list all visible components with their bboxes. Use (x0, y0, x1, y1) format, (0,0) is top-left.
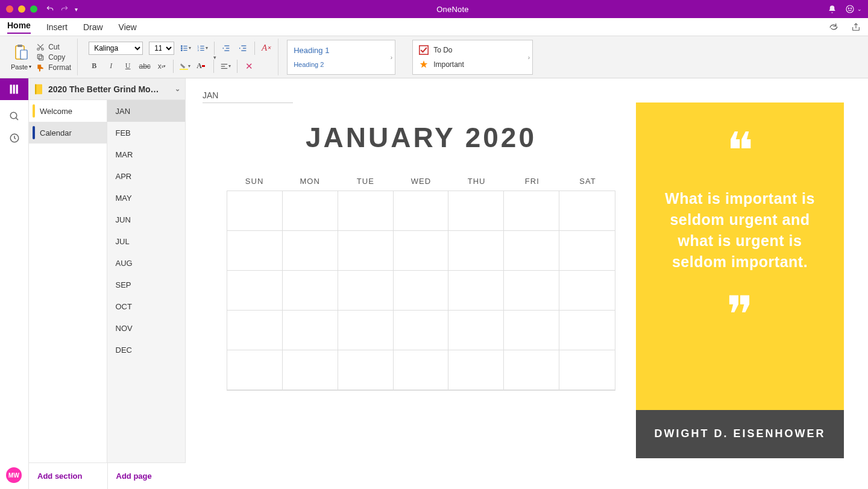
undo-icon[interactable] (46, 5, 54, 13)
page-item[interactable]: DEC (107, 339, 186, 361)
page-item[interactable]: FEB (107, 122, 186, 144)
strikethrough-icon[interactable]: abc (139, 61, 150, 72)
chevron-down-icon[interactable]: ⌄ (175, 85, 180, 93)
indent-icon[interactable] (237, 43, 248, 54)
section-item[interactable]: Welcome (29, 100, 107, 122)
tags-expand-icon[interactable]: › (528, 54, 530, 60)
page-item[interactable]: JAN (107, 100, 186, 122)
styles-gallery[interactable]: Heading 1 Heading 2 › (287, 40, 395, 75)
page-item[interactable]: OCT (107, 295, 186, 317)
redo-icon[interactable] (60, 5, 69, 13)
add-page-button[interactable]: Add page (108, 463, 186, 489)
calendar-cell[interactable] (227, 271, 283, 311)
calendar-cell[interactable] (504, 231, 559, 271)
cut-button[interactable]: Cut (36, 43, 71, 51)
outdent-icon[interactable] (221, 43, 231, 54)
styles-expand-icon[interactable]: › (391, 54, 392, 60)
page-item[interactable]: JUL (107, 230, 186, 252)
bullets-icon[interactable]: ▾ (180, 43, 191, 54)
calendar-cell[interactable] (338, 311, 394, 350)
page-title-input[interactable] (203, 89, 293, 103)
calendar-cell[interactable] (394, 311, 449, 350)
search-icon[interactable] (9, 111, 20, 122)
calendar-cell[interactable] (338, 350, 394, 390)
clear-formatting-icon[interactable]: A✕ (261, 43, 272, 54)
tag-todo[interactable]: To Do (419, 43, 526, 57)
calendar-cell[interactable] (227, 191, 283, 231)
calendar-cell[interactable] (448, 231, 504, 271)
close-window-icon[interactable] (6, 5, 13, 13)
calendar-cell[interactable] (504, 311, 559, 350)
page-item[interactable]: MAR (107, 144, 186, 165)
calendar-cell[interactable] (227, 311, 283, 350)
recent-icon[interactable] (9, 133, 20, 144)
page-item[interactable]: MAY (107, 187, 186, 209)
copy-button[interactable]: Copy (36, 53, 71, 62)
page-item[interactable]: NOV (107, 317, 186, 339)
calendar-cell[interactable] (448, 271, 504, 311)
qat-customize-icon[interactable]: ▾ (75, 6, 78, 13)
account-icon[interactable]: ⌄ (845, 4, 862, 14)
font-name-select[interactable]: Kalinga (89, 42, 143, 55)
notebooks-icon[interactable] (0, 78, 28, 100)
tab-insert[interactable]: Insert (46, 22, 68, 32)
align-icon[interactable]: ▾ (220, 61, 231, 72)
page-item[interactable]: APR (107, 165, 186, 187)
calendar-cell[interactable] (338, 191, 394, 231)
calendar-cell[interactable] (283, 191, 338, 231)
page-item[interactable]: JUN (107, 209, 186, 230)
italic-icon[interactable]: I (105, 61, 116, 72)
calendar-cell[interactable] (559, 191, 615, 231)
calendar-cell[interactable] (448, 191, 504, 231)
add-section-button[interactable]: Add section (29, 463, 108, 489)
highlight-icon[interactable]: ▾ (180, 61, 190, 72)
delete-icon[interactable]: ✕ (244, 61, 254, 72)
calendar-cell[interactable] (394, 231, 449, 271)
calendar-cell[interactable] (448, 350, 504, 390)
calendar-cell[interactable] (559, 231, 615, 271)
minimize-window-icon[interactable] (18, 5, 25, 13)
tags-gallery[interactable]: To Do Important › (412, 40, 533, 75)
calendar-cell[interactable] (338, 231, 394, 271)
tab-home[interactable]: Home (7, 21, 31, 34)
tab-view[interactable]: View (119, 22, 137, 32)
style-heading2[interactable]: Heading 2 (294, 61, 389, 68)
underline-icon[interactable]: U (122, 61, 133, 72)
share-icon[interactable] (851, 22, 861, 32)
calendar-cell[interactable] (504, 271, 559, 311)
calendar-cell[interactable] (283, 311, 338, 350)
calendar-cell[interactable] (338, 271, 394, 311)
user-avatar[interactable]: MW (6, 467, 22, 483)
calendar-cell[interactable] (394, 350, 449, 390)
style-heading1[interactable]: Heading 1 (294, 46, 389, 55)
sync-icon[interactable] (828, 22, 839, 33)
page-item[interactable]: AUG (107, 252, 186, 274)
calendar-cell[interactable] (283, 271, 338, 311)
page-canvas[interactable]: JANUARY 2020 SUNMONTUEWEDTHUFRISAT ❝ Wha… (186, 78, 868, 489)
tab-draw[interactable]: Draw (83, 22, 103, 32)
calendar-cell[interactable] (504, 350, 559, 390)
paste-button[interactable]: Paste▾ (11, 44, 31, 71)
calendar-cell[interactable] (227, 350, 283, 390)
maximize-window-icon[interactable] (30, 5, 37, 13)
calendar-cell[interactable] (559, 350, 615, 390)
calendar-cell[interactable] (448, 311, 504, 350)
calendar-cell[interactable] (283, 350, 338, 390)
notifications-icon[interactable] (828, 5, 837, 14)
format-painter-button[interactable]: Format (36, 63, 71, 72)
bold-icon[interactable]: B (89, 61, 99, 72)
tag-important[interactable]: Important (419, 57, 526, 72)
calendar-cell[interactable] (283, 231, 338, 271)
calendar-cell[interactable] (504, 191, 559, 231)
page-item[interactable]: SEP (107, 274, 186, 295)
notebook-selector[interactable]: 2020 The Better Grind Mo… ⌄ (29, 78, 185, 100)
font-size-select[interactable]: 11 (149, 42, 174, 55)
numbering-icon[interactable]: 123▾ (197, 43, 208, 54)
section-item[interactable]: Calendar (29, 122, 107, 144)
calendar-cell[interactable] (559, 311, 615, 350)
calendar-cell[interactable] (394, 191, 449, 231)
calendar-cell[interactable] (559, 271, 615, 311)
font-color-icon[interactable]: A▾ (197, 61, 207, 72)
subscript-icon[interactable]: x₂▾ (156, 61, 167, 72)
calendar-cell[interactable] (227, 231, 283, 271)
